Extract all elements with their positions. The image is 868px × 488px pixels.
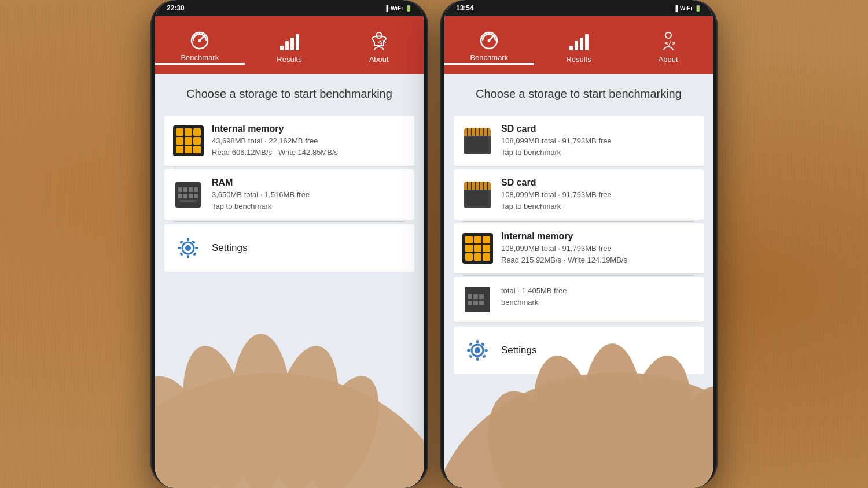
phone-2-content: Choose a storage to start benchmarking S… [444,74,713,488]
phone-2-settings-label: Settings [501,345,536,356]
partial-item-icon [463,285,492,314]
svg-rect-37 [575,41,578,50]
phone-2-nav-bar: Benchmark Results </> [444,16,713,74]
settings-icon-2 [463,336,492,365]
phone-2-sd2-detail2: Tap to benchmark [501,201,694,212]
phone-1-ram-name: RAM [212,178,405,188]
phone-2-nav-benchmark[interactable]: Benchmark [444,28,534,65]
phone-2: 13:54 ▐ WiFi 🔋 [440,0,718,488]
phone-2-nav-results[interactable]: Results [534,29,624,64]
sd-card-icon-2 [463,180,492,209]
svg-rect-8 [280,46,284,50]
settings-icon [174,234,203,263]
battery-icon: 🔋 [405,5,412,12]
svg-rect-11 [296,34,299,50]
phone-1-internal-memory-name: Internal memory [212,124,405,134]
svg-point-40 [665,32,671,38]
gear-icon-2 [465,338,490,363]
phone-2-internal-item[interactable]: Internal memory 108,099MB total · 91,793… [454,223,704,274]
benchmark-icon [188,28,211,51]
phone-2-sd1-name: SD card [501,124,694,134]
phone-2-nav-about[interactable]: </> About [623,29,713,64]
phone-2-internal-detail2: Read 215.92MB/s · Write 124.19MB/s [501,254,694,266]
svg-rect-23 [179,252,183,256]
phone-1-results-label: Results [277,55,301,64]
svg-rect-21 [193,252,197,256]
phone-2-sd2-item[interactable]: SD card 108,099MB total · 91,793MB free … [454,169,704,220]
svg-line-6 [194,35,195,36]
phone-2-benchmark-label: Benchmark [470,53,508,62]
sd-card-icon-1 [463,127,492,156]
phone-2-screen: 13:54 ▐ WiFi 🔋 [444,0,713,488]
svg-rect-39 [585,34,589,50]
phone-1-content: Choose a storage to start benchmarking [155,74,424,488]
internal-memory-icon-2 [463,234,492,263]
phone-2-results-label: Results [566,55,591,64]
svg-point-43 [475,347,480,353]
svg-line-7 [204,35,205,36]
svg-rect-20 [179,240,183,244]
phone-2-partial-detail2: benchmark [501,297,694,308]
phone-1: 22:30 ▐ WiFi 🔋 [150,0,428,488]
svg-rect-45 [476,357,479,361]
phone-2-internal-name: Internal memory [501,231,694,242]
battery-icon-2: 🔋 [694,5,701,12]
results-icon-2 [567,29,590,53]
phone-1-internal-memory-detail1: 43,698MB total · 22,162MB free [212,135,405,147]
phone-2-sd2-name: SD card [501,178,694,188]
phone-1-ram-item[interactable]: RAM 3,650MB total · 1,516MB free Tap to … [164,169,414,220]
svg-rect-48 [469,342,473,346]
svg-point-2 [198,39,201,42]
about-icon: </> [367,29,391,53]
phone-1-screen: 22:30 ▐ WiFi 🔋 [155,0,424,488]
phone-1-time: 22:30 [167,4,185,12]
phone-2-sd2-info: SD card 108,099MB total · 91,793MB free … [501,178,694,212]
wifi-icon: WiFi [391,5,403,12]
phone-1-ram-detail2: Tap to benchmark [212,201,405,212]
phone-1-nav-bar: Benchmark Results [155,16,424,74]
phone-1-storage-list: Internal memory 43,698MB total · 22,162M… [164,116,414,272]
phone-2-partial-info: total · 1,405MB free benchmark [501,285,694,308]
svg-rect-19 [195,247,198,249]
wifi-icon-2: WiFi [680,5,692,12]
about-icon-2: </> [657,29,680,53]
svg-point-32 [488,39,491,42]
phone-1-internal-memory-detail2: Read 606.12MB/s · Write 142.85MB/s [212,147,405,158]
svg-rect-9 [285,41,289,50]
phone-1-ram-info: RAM 3,650MB total · 1,516MB free Tap to … [212,178,405,212]
phone-1-nav-benchmark[interactable]: Benchmark [155,28,245,65]
phone-2-settings-item[interactable]: Settings [454,327,704,374]
benchmark-icon-2 [477,28,501,51]
phone-2-sd1-detail1: 108,099MB total · 91,793MB free [501,135,694,147]
phone-1-nav-results[interactable]: Results [245,29,334,64]
svg-rect-49 [482,354,486,358]
phone-1-internal-memory-item[interactable]: Internal memory 43,698MB total · 22,162M… [164,116,414,167]
phone-2-partial-item[interactable]: total · 1,405MB free benchmark [454,277,704,323]
svg-rect-18 [178,247,181,249]
gear-icon [175,235,201,261]
signal-icon: ▐ [384,5,388,12]
svg-rect-44 [476,340,479,343]
svg-rect-38 [580,38,583,50]
phone-2-sd2-detail1: 108,099MB total · 91,793MB free [501,189,694,201]
svg-text:</>: </> [378,39,387,46]
svg-point-12 [376,32,382,38]
phone-1-settings-item[interactable]: Settings [164,224,414,272]
phone-2-notch [550,0,608,14]
phone-1-notch [260,0,318,14]
phone-1-settings-label: Settings [212,242,247,254]
phone-2-sd1-info: SD card 108,099MB total · 91,793MB free … [501,124,694,158]
phone-1-nav-about[interactable]: </> About [334,29,424,64]
svg-rect-36 [569,46,573,50]
phone-2-sd1-detail2: Tap to benchmark [501,147,694,158]
phone-1-status-icons: ▐ WiFi 🔋 [384,5,412,12]
phone-2-sd1-item[interactable]: SD card 108,099MB total · 91,793MB free … [454,116,704,167]
svg-rect-47 [484,349,488,352]
svg-point-15 [185,245,191,251]
signal-icon-2: ▐ [674,5,678,12]
svg-rect-10 [290,38,294,50]
internal-memory-icon [174,127,203,156]
phone-1-internal-memory-info: Internal memory 43,698MB total · 22,162M… [212,124,405,158]
svg-rect-46 [467,349,470,352]
phone-2-partial-detail1: total · 1,405MB free [501,285,694,297]
